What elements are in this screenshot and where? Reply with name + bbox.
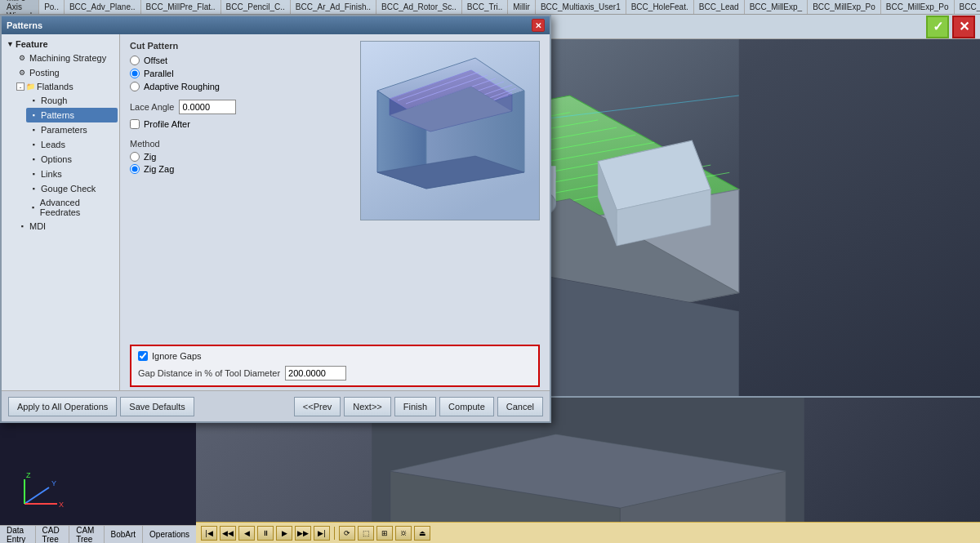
expand-flatlands-icon: - xyxy=(16,82,24,91)
anim-btn-10[interactable]: ⊞ xyxy=(376,526,393,541)
tab-po[interactable]: Po.. xyxy=(39,0,65,14)
tab-bcc-millexp-po[interactable]: BCC_MillExp_Po xyxy=(808,0,881,14)
gap-distance-input[interactable] xyxy=(285,366,346,381)
folder-icon-flatlands: 📁 xyxy=(26,82,35,91)
tab-cad-tree[interactable]: CAD Tree xyxy=(36,526,70,543)
tab-bcc-holefeat[interactable]: BCC_HoleFeat. xyxy=(626,0,694,14)
radio-parallel-label: Parallel xyxy=(144,69,174,78)
ignore-gaps-row[interactable]: Ignore Gaps xyxy=(138,351,532,361)
radio-adaptive-input[interactable] xyxy=(130,82,140,91)
tab-bcc-pencil[interactable]: BCC_Pencil_C.. xyxy=(221,0,291,14)
tab-bcc-ar[interactable]: BCC_Ar_Ad_Finish.. xyxy=(291,0,376,14)
top-section: Cut Pattern Offset Parallel xyxy=(130,41,540,220)
tab-bcc-adv[interactable]: BCC_Adv_Plane.. xyxy=(65,0,141,14)
radio-adaptive[interactable]: Adaptive Roughing xyxy=(130,82,354,91)
tab-bcc-millexp-po2[interactable]: BCC_MillExp_Po xyxy=(881,0,955,14)
item-icon-links: ▪ xyxy=(28,168,39,180)
tab-operations[interactable]: Operations xyxy=(143,526,196,543)
reject-button[interactable]: ✕ xyxy=(952,16,975,38)
anim-btn-2[interactable]: ◀◀ xyxy=(220,526,236,541)
tree-item-patterns[interactable]: ▪ Patterns xyxy=(26,108,118,122)
save-defaults-button[interactable]: Save Defaults xyxy=(120,397,194,416)
tab-bcc-lead[interactable]: BCC_Lead xyxy=(694,0,745,14)
radio-zig-input[interactable] xyxy=(130,152,140,162)
apply-all-button[interactable]: Apply to All Operations xyxy=(8,397,117,416)
cut-pattern-label: Cut Pattern xyxy=(130,41,354,51)
pattern-preview xyxy=(360,41,540,220)
anim-btn-3[interactable]: ◀ xyxy=(238,526,255,541)
tab-bcc-millpre[interactable]: BCC_MillPre_Flat.. xyxy=(141,0,221,14)
compute-button[interactable]: Compute xyxy=(439,397,494,416)
tree-item-parameters[interactable]: ▪ Parameters xyxy=(26,122,118,137)
tab-data-entry[interactable]: Data Entry xyxy=(0,526,36,543)
radio-zigzag-input[interactable] xyxy=(130,164,140,174)
finish-button[interactable]: Finish xyxy=(394,397,436,416)
radio-offset[interactable]: Offset xyxy=(130,56,354,65)
anim-btn-5[interactable]: ▶ xyxy=(276,526,292,541)
item-icon-parameters: ▪ xyxy=(28,124,39,136)
confirm-button[interactable]: ✓ xyxy=(926,16,949,38)
tree-item-mdi[interactable]: ▪ MDI xyxy=(15,219,118,234)
tree-item-machining-strategy[interactable]: ⚙ Machining Strategy xyxy=(15,51,118,65)
profile-after-checkbox[interactable] xyxy=(130,119,140,129)
tab-bcc-rotor[interactable]: BCC_Ad_Rotor_Sc.. xyxy=(376,0,462,14)
anim-btn-4[interactable]: ⏸ xyxy=(257,526,274,541)
feature-tree-header: ▼ Feature xyxy=(3,38,118,51)
cancel-button[interactable]: Cancel xyxy=(497,397,543,416)
anim-btn-6[interactable]: ▶▶ xyxy=(295,526,311,541)
top-tabbar: Mill 3 Axis Wizard Po.. BCC_Adv_Plane.. … xyxy=(0,0,980,15)
gap-distance-label: Gap Distance in % of Tool Diameter xyxy=(138,368,280,378)
dialog-titlebar: Patterns ✕ xyxy=(2,16,550,34)
tree-item-links[interactable]: ▪ Links xyxy=(26,167,118,181)
patterns-content: Cut Pattern Offset Parallel xyxy=(120,34,550,394)
tab-cam-tree[interactable]: CAM Tree xyxy=(69,526,104,543)
anim-btn-9[interactable]: ⬚ xyxy=(358,526,374,541)
app-title-tab[interactable]: Mill 3 Axis Wizard xyxy=(0,0,39,14)
anim-btn-7[interactable]: ▶| xyxy=(314,526,330,541)
cut-pattern-section: Cut Pattern Offset Parallel xyxy=(130,41,354,220)
dialog-close-btn[interactable]: ✕ xyxy=(532,19,545,32)
lace-angle-input[interactable] xyxy=(179,100,236,114)
ignore-gaps-label: Ignore Gaps xyxy=(152,351,202,361)
anim-btn-11[interactable]: ⛭ xyxy=(395,526,412,541)
dialog-body: ▼ Feature ⚙ Machining Strategy ⚙ Posting… xyxy=(2,34,550,394)
tab-bcc-pocket[interactable]: BCC_Pocket xyxy=(955,0,980,14)
profile-after-row[interactable]: Profile After xyxy=(130,119,354,129)
radio-offset-label: Offset xyxy=(144,56,167,65)
ignore-gaps-box: Ignore Gaps Gap Distance in % of Tool Di… xyxy=(130,345,540,387)
prev-button[interactable]: <<Prev xyxy=(294,397,341,416)
radio-zig[interactable]: Zig xyxy=(130,152,354,162)
tab-bobart[interactable]: BobArt xyxy=(105,526,144,543)
tree-item-posting[interactable]: ⚙ Posting xyxy=(15,65,118,80)
radio-parallel-input[interactable] xyxy=(130,69,140,78)
tree-item-flatlands[interactable]: - 📁 Flatlands xyxy=(15,80,118,93)
gap-distance-row: Gap Distance in % of Tool Diameter xyxy=(138,366,532,381)
item-icon-leads: ▪ xyxy=(28,139,39,150)
tree-item-rough[interactable]: ▪ Rough xyxy=(26,93,118,108)
anim-btn-1[interactable]: |◀ xyxy=(201,526,217,541)
tree-item-options[interactable]: ▪ Options xyxy=(26,152,118,167)
profile-after-label: Profile After xyxy=(144,119,190,129)
anim-btn-8[interactable]: ⟳ xyxy=(339,526,355,541)
tab-bcc-multiaxis[interactable]: BCC_Multiaxis_User1 xyxy=(536,0,626,14)
svg-text:Y: Y xyxy=(51,479,56,487)
ignore-gaps-checkbox[interactable] xyxy=(138,351,148,361)
tab-bcc-millexp[interactable]: BCC_MillExp_ xyxy=(745,0,808,14)
ignore-gaps-section: Ignore Gaps Gap Distance in % of Tool Di… xyxy=(130,345,540,387)
anim-sep xyxy=(334,527,335,540)
tree-item-leads[interactable]: ▪ Leads xyxy=(26,137,118,152)
item-icon-patterns: ▪ xyxy=(28,109,39,121)
radio-offset-input[interactable] xyxy=(130,56,140,65)
next-button[interactable]: Next>> xyxy=(344,397,390,416)
item-icon-gouge: ▪ xyxy=(28,183,39,194)
tree-item-gouge-check[interactable]: ▪ Gouge Check xyxy=(26,181,118,196)
tab-bcc-tri[interactable]: BCC_Tri.. xyxy=(462,0,509,14)
method-label: Method xyxy=(130,139,354,149)
tab-millir[interactable]: Millir xyxy=(508,0,536,14)
radio-adaptive-label: Adaptive Roughing xyxy=(144,82,220,91)
lace-angle-row: Lace Angle xyxy=(130,100,354,114)
anim-btn-12[interactable]: ⏏ xyxy=(414,526,430,541)
tree-item-advanced-feedrates[interactable]: ▪ Advanced Feedrates xyxy=(26,196,118,219)
radio-parallel[interactable]: Parallel xyxy=(130,69,354,78)
radio-zigzag[interactable]: Zig Zag xyxy=(130,164,354,174)
